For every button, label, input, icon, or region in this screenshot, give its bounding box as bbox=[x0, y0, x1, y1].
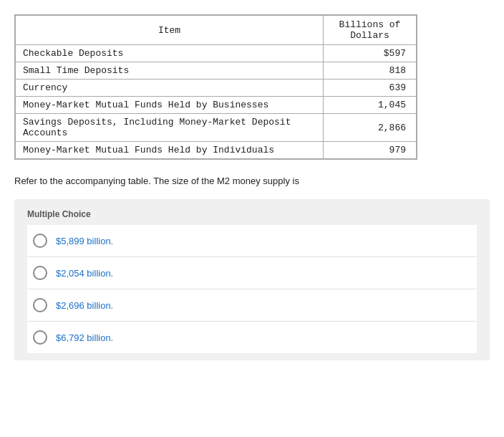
table-row: Money-Market Mutual Funds Held by Busine… bbox=[16, 97, 417, 114]
table-row: Small Time Deposits818 bbox=[16, 62, 417, 80]
table-row: Savings Deposits, Including Money-Market… bbox=[16, 114, 417, 142]
value-cell: 979 bbox=[324, 142, 417, 159]
value-cell: 639 bbox=[324, 80, 417, 97]
value-cell: 818 bbox=[324, 62, 417, 80]
value-cell: 2,866 bbox=[324, 114, 417, 142]
option-text-c: $2,696 billion. bbox=[56, 300, 113, 311]
item-cell: Currency bbox=[16, 80, 324, 97]
radio-button-a[interactable] bbox=[33, 234, 47, 248]
option-text-a: $5,899 billion. bbox=[56, 236, 113, 246]
mc-option-d[interactable]: $6,792 billion. bbox=[27, 322, 477, 353]
option-text-b: $2,054 billion. bbox=[56, 268, 113, 279]
table-row: Money-Market Mutual Funds Held by Indivi… bbox=[16, 142, 417, 159]
multiple-choice-section: Multiple Choice $5,899 billion.$2,054 bi… bbox=[14, 199, 490, 360]
mc-option-a[interactable]: $5,899 billion. bbox=[27, 225, 477, 257]
item-cell: Checkable Deposits bbox=[16, 45, 324, 62]
item-column-header: Item bbox=[16, 16, 324, 45]
radio-button-c[interactable] bbox=[33, 298, 47, 312]
mc-option-c[interactable]: $2,696 billion. bbox=[27, 289, 477, 322]
table-row: Currency639 bbox=[16, 80, 417, 97]
data-table: Item Billions ofDollars Checkable Deposi… bbox=[14, 14, 417, 160]
item-cell: Small Time Deposits bbox=[16, 62, 324, 80]
value-column-header: Billions ofDollars bbox=[324, 16, 417, 45]
mc-label: Multiple Choice bbox=[27, 209, 477, 219]
mc-options-list: $5,899 billion.$2,054 billion.$2,696 bil… bbox=[27, 225, 477, 353]
table-row: Checkable Deposits$597 bbox=[16, 45, 417, 62]
value-cell: $597 bbox=[324, 45, 417, 62]
radio-button-d[interactable] bbox=[33, 330, 47, 345]
item-cell: Savings Deposits, Including Money-Market… bbox=[16, 114, 324, 142]
question-text: Refer to the accompanying table. The siz… bbox=[14, 176, 490, 186]
option-text-d: $6,792 billion. bbox=[56, 332, 113, 343]
value-cell: 1,045 bbox=[324, 97, 417, 114]
radio-button-b[interactable] bbox=[33, 266, 47, 280]
item-cell: Money-Market Mutual Funds Held by Indivi… bbox=[16, 142, 324, 159]
mc-option-b[interactable]: $2,054 billion. bbox=[27, 257, 477, 289]
item-cell: Money-Market Mutual Funds Held by Busine… bbox=[16, 97, 324, 114]
